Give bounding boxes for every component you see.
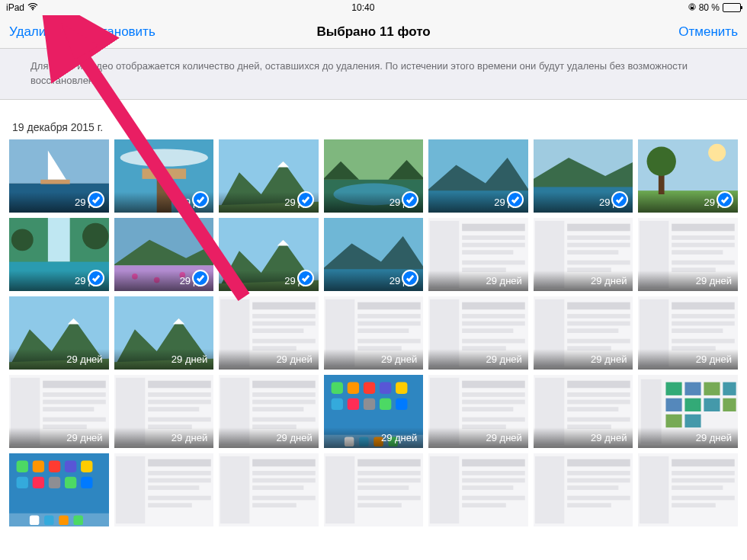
- section-date: 19 декабря 2015 г.: [9, 100, 738, 139]
- photo-thumbnail[interactable]: [114, 453, 214, 526]
- wifi-icon: [27, 2, 38, 13]
- photo-thumbnail[interactable]: 29 дней: [534, 375, 633, 448]
- days-remaining-label: 29 дней: [534, 349, 633, 370]
- selection-checkmark-icon: [402, 191, 418, 208]
- photo-thumbnail[interactable]: 29 д...: [324, 218, 424, 291]
- photo-thumbnail[interactable]: 29 д...: [219, 218, 319, 291]
- photo-thumbnail[interactable]: 29 дней: [428, 375, 528, 448]
- photo-thumbnail[interactable]: 29 д...: [114, 218, 214, 291]
- photo-thumbnail[interactable]: 29 дней: [534, 296, 633, 370]
- selection-checkmark-icon: [297, 270, 314, 286]
- photo-thumbnail[interactable]: 29 дней: [324, 296, 424, 370]
- battery-icon: [723, 3, 741, 12]
- photo-thumbnail[interactable]: 29 дней: [9, 375, 109, 448]
- days-remaining-label: 29 дней: [638, 349, 738, 370]
- selection-checkmark-icon: [88, 270, 104, 286]
- photo-thumbnail[interactable]: 29 д...: [324, 139, 424, 213]
- photo-thumbnail[interactable]: [219, 453, 319, 526]
- photo-thumbnail[interactable]: [428, 453, 528, 526]
- photo-thumbnail[interactable]: 29 дней: [638, 375, 738, 448]
- days-remaining-label: 29 дней: [638, 270, 738, 291]
- days-remaining-label: 29 дней: [114, 427, 214, 448]
- days-remaining-label: 29 дней: [428, 349, 528, 370]
- info-banner: Для фото и видео отображается количество…: [0, 49, 747, 100]
- days-remaining-label: 29 дней: [219, 427, 319, 448]
- days-remaining-label: 29 дней: [9, 349, 109, 370]
- photo-thumbnail[interactable]: 29 дней: [428, 296, 528, 370]
- days-remaining-label: 29 дней: [428, 270, 528, 291]
- selection-checkmark-icon: [611, 191, 628, 208]
- photo-thumbnail[interactable]: 29 дней: [114, 296, 214, 370]
- days-remaining-label: 29 дней: [534, 270, 633, 291]
- selection-checkmark-icon: [717, 191, 733, 208]
- days-remaining-label: 29 дней: [638, 427, 738, 448]
- svg-rect-2: [691, 7, 694, 9]
- recover-button[interactable]: Восстановить: [72, 24, 155, 40]
- photo-thumbnail[interactable]: 29 д...: [114, 139, 214, 213]
- photo-thumbnail[interactable]: [324, 453, 424, 526]
- photo-thumbnail[interactable]: 29 дней: [9, 296, 109, 370]
- photo-gallery[interactable]: 19 декабря 2015 г. 29 д...29 д...29 д...…: [0, 100, 747, 560]
- days-remaining-label: 29 дней: [534, 427, 633, 448]
- photo-thumbnail[interactable]: 29 дней: [534, 218, 633, 291]
- nav-title: Выбрано 11 фото: [316, 24, 430, 40]
- photo-thumbnail[interactable]: 29 д...: [534, 139, 633, 213]
- photo-thumbnail[interactable]: 29 дней: [428, 218, 528, 291]
- battery-percent: 80 %: [699, 2, 720, 13]
- delete-button[interactable]: Удалить: [9, 24, 59, 40]
- photo-thumbnail[interactable]: [638, 453, 738, 526]
- photo-thumbnail[interactable]: 29 дней: [324, 375, 424, 448]
- photo-thumbnail[interactable]: 29 дней: [114, 375, 214, 448]
- status-bar: iPad 10:40 80 %: [0, 0, 747, 15]
- days-remaining-label: 29 дней: [114, 349, 214, 370]
- photo-thumbnail[interactable]: 29 дней: [219, 375, 319, 448]
- photo-thumbnail[interactable]: 29 дней: [638, 296, 738, 370]
- days-remaining-label: 29 дней: [324, 427, 424, 448]
- nav-bar: Удалить Восстановить Выбрано 11 фото Отм…: [0, 15, 747, 49]
- photo-thumbnail[interactable]: 29 дней: [219, 296, 319, 370]
- photo-thumbnail[interactable]: 29 д...: [638, 139, 738, 213]
- selection-checkmark-icon: [402, 270, 418, 286]
- photo-thumbnail[interactable]: 29 дней: [638, 218, 738, 291]
- cancel-button[interactable]: Отменить: [678, 24, 738, 40]
- days-remaining-label: 29 дней: [428, 427, 528, 448]
- svg-point-0: [32, 9, 34, 11]
- days-remaining-label: 29 дней: [9, 427, 109, 448]
- days-remaining-label: 29 дней: [324, 349, 424, 370]
- selection-checkmark-icon: [192, 191, 209, 208]
- selection-checkmark-icon: [297, 191, 314, 208]
- photo-thumbnail[interactable]: 29 д...: [9, 218, 109, 291]
- orientation-lock-icon: [688, 2, 696, 14]
- photo-thumbnail[interactable]: [534, 453, 633, 526]
- selection-checkmark-icon: [88, 191, 104, 208]
- clock: 10:40: [351, 2, 374, 13]
- device-label: iPad: [6, 2, 24, 13]
- selection-checkmark-icon: [192, 270, 209, 286]
- photo-thumbnail[interactable]: [9, 453, 109, 526]
- photo-thumbnail[interactable]: 29 д...: [9, 139, 109, 213]
- days-remaining-label: 29 дней: [219, 349, 319, 370]
- selection-checkmark-icon: [507, 191, 524, 208]
- photo-thumbnail[interactable]: 29 д...: [219, 139, 319, 213]
- photo-thumbnail[interactable]: 29 д...: [428, 139, 528, 213]
